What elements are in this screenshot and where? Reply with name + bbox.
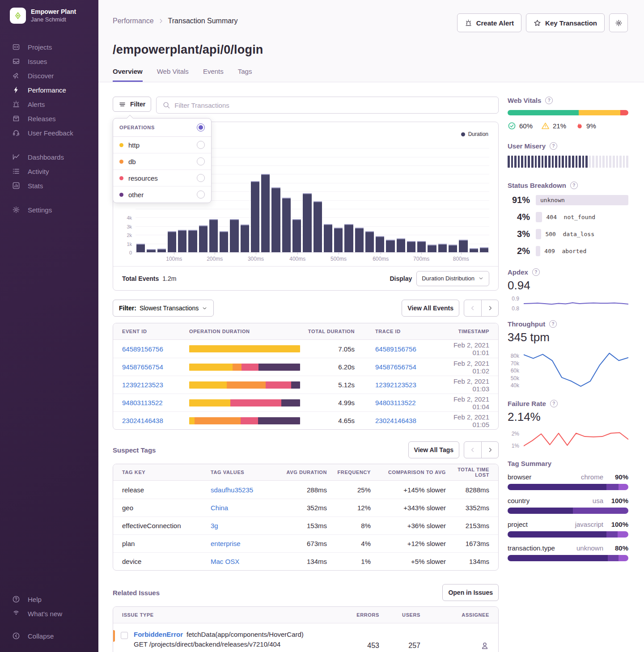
pager-prev-button[interactable] [464,442,481,458]
histogram-bar[interactable] [344,224,353,252]
tag-value-link[interactable]: Mac OSX [211,558,279,565]
sidebar-item-discover[interactable]: Discover [0,68,98,83]
event-id-link[interactable]: 64589156756 [122,345,189,353]
histogram-bar[interactable] [209,219,218,252]
events-filter-select[interactable]: Filter: Slowest Transactions [113,300,214,317]
key-transaction-button[interactable]: Key Transaction [526,13,605,32]
histogram-bar[interactable] [157,249,166,252]
radio-icon[interactable] [197,191,205,199]
tag-summary-bar[interactable] [508,508,628,514]
histogram-bar[interactable] [230,219,238,252]
histogram-bar[interactable] [334,228,343,252]
sidebar-item-alerts[interactable]: Alerts [0,97,98,111]
histogram-bar[interactable] [220,231,228,252]
search-input[interactable] [174,102,492,109]
histogram-bar[interactable] [459,240,467,252]
sidebar-item-user-feedback[interactable]: User Feedback [0,126,98,140]
histogram-bar[interactable] [428,245,436,253]
issue-checkbox[interactable] [121,632,128,639]
histogram-bar[interactable] [324,224,332,252]
histogram-bar[interactable] [449,245,457,253]
histogram-bar[interactable] [168,231,176,252]
sidebar-item-performance[interactable]: Performance [0,83,98,97]
histogram-bar[interactable] [188,230,197,252]
histogram-bar[interactable] [178,230,186,252]
org-switcher[interactable]: Empower Plant Jane Schmidt [0,0,98,30]
histogram-bar[interactable] [480,247,488,252]
tag-value-link[interactable]: 3g [211,522,279,529]
radio-icon[interactable] [197,157,205,165]
histogram-bar[interactable] [292,219,301,252]
trace-id-link[interactable]: 94587656754 [355,363,444,371]
create-alert-button[interactable]: Create Alert [457,13,521,32]
trace-id-link[interactable]: 64589156756 [355,345,444,353]
display-select[interactable]: Duration Distribution [416,271,489,286]
histogram-bar[interactable] [314,201,322,253]
operation-option-resources[interactable]: resources [113,170,211,186]
sidebar-item-stats[interactable]: Stats [0,178,98,193]
radio-icon[interactable] [197,141,205,149]
histogram-bar[interactable] [271,187,280,253]
operation-option-http[interactable]: http [113,137,211,153]
open-in-issues-button[interactable]: Open in Issues [442,584,499,601]
histogram-bar[interactable] [251,181,259,252]
event-id-link[interactable]: 23024146438 [122,417,189,424]
assignee-button[interactable] [432,641,489,650]
pager-next-button[interactable] [481,300,498,316]
tag-value-link[interactable]: China [211,504,279,512]
sidebar-item-help[interactable]: Help [0,592,98,606]
operation-option-db[interactable]: db [113,153,211,170]
operations-dropdown-header[interactable]: OPERATIONS [113,119,211,137]
sidebar-item-collapse[interactable]: Collapse [0,629,98,643]
help-question-icon[interactable]: ? [570,182,578,189]
tag-value-link[interactable]: enterprise [211,540,279,547]
tag-summary-bar[interactable] [508,531,628,538]
histogram-bar[interactable] [241,224,249,252]
histogram-bar[interactable] [386,240,394,252]
event-id-link[interactable]: 12392123523 [122,381,189,389]
histogram-bar[interactable] [376,236,384,252]
sidebar-item-projects[interactable]: Projects [0,40,98,54]
help-question-icon[interactable]: ? [550,400,558,407]
trace-id-link[interactable]: 94803113522 [355,399,444,406]
tag-summary-bar[interactable] [508,555,628,561]
tab-overview[interactable]: Overview [113,68,143,82]
tag-summary-bar[interactable] [508,484,628,490]
histogram-bar[interactable] [261,174,270,252]
histogram-bar[interactable] [438,244,447,252]
tab-web-vitals[interactable]: Web Vitals [157,68,189,82]
help-question-icon[interactable]: ? [532,268,540,276]
event-id-link[interactable]: 94803113522 [122,399,189,406]
help-question-icon[interactable]: ? [545,97,553,104]
tab-events[interactable]: Events [203,68,224,82]
operation-option-other[interactable]: other [113,186,211,203]
pager-next-button[interactable] [481,442,498,458]
histogram-bar[interactable] [397,238,405,252]
histogram-bar[interactable] [199,225,208,252]
trace-id-link[interactable]: 23024146438 [355,417,444,424]
tab-tags[interactable]: Tags [238,68,252,82]
sidebar-item-dashboards[interactable]: Dashboards [0,150,98,164]
radio-icon[interactable] [197,174,205,182]
filter-button[interactable]: Filter [113,97,151,112]
radio-selected-icon[interactable] [197,123,205,131]
tag-value-link[interactable]: sdaufhu35235 [211,486,279,494]
sidebar-item-settings[interactable]: Settings [0,203,98,217]
issue-row[interactable]: ForbiddenErrorfetchData(app/components/H… [113,623,498,652]
histogram-bar[interactable] [365,231,374,252]
event-id-link[interactable]: 94587656754 [122,363,189,371]
histogram-bar[interactable] [417,241,426,252]
histogram-bar[interactable] [355,228,364,252]
help-question-icon[interactable]: ? [550,142,557,150]
histogram-bar[interactable] [470,248,478,252]
histogram-bar[interactable] [282,198,291,252]
issue-type-link[interactable]: ForbiddenError [134,631,183,638]
histogram-bar[interactable] [147,249,155,252]
sidebar-item-what-s-new[interactable]: What's new [0,606,98,621]
histogram-bar[interactable] [407,241,415,252]
sidebar-item-activity[interactable]: Activity [0,164,98,178]
help-question-icon[interactable]: ? [549,320,557,328]
pager-prev-button[interactable] [464,300,481,316]
settings-gear-button[interactable] [609,13,628,32]
trace-id-link[interactable]: 12392123523 [355,381,444,389]
